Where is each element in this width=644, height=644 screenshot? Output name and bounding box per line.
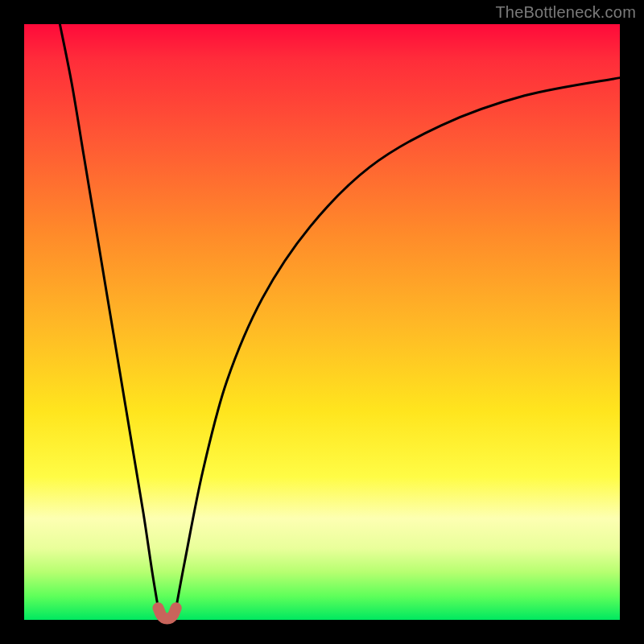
curve-minimum-arc [159, 608, 176, 618]
curve-right-branch [176, 78, 620, 609]
chart-frame: TheBottleneck.com [0, 0, 644, 644]
watermark-text: TheBottleneck.com [495, 3, 636, 22]
bottleneck-curve [24, 24, 620, 620]
curve-left-branch [60, 24, 158, 608]
plot-area [24, 24, 620, 620]
